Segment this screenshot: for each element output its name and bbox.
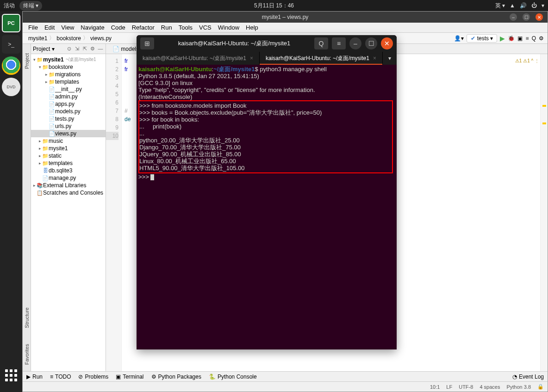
tab-run[interactable]: ▶ Run xyxy=(26,374,43,380)
hamburger-menu-icon[interactable]: ≡ xyxy=(332,37,346,49)
tree-bookstore[interactable]: ▾📁bookstore xyxy=(31,63,106,71)
menu-edit[interactable]: Edit xyxy=(42,23,57,32)
tree-templates[interactable]: ▸📁templates xyxy=(31,78,106,86)
tree-templates2[interactable]: ▸📁templates xyxy=(31,159,106,167)
project-panel: Project ▾ ⊙ ⇲ ⇱ ⚙ — ▾📁mysite1~/桌面/mysite… xyxy=(31,44,106,371)
ide-window-title: mysite1 – views.py xyxy=(262,14,309,20)
clock[interactable]: 5月11日 15：46 xyxy=(254,2,294,10)
terminal-title: kaisarh@KaiSarH-Ubuntu: ~/桌面/mysite1 xyxy=(154,39,314,48)
tree-urls[interactable]: 📄urls.py xyxy=(31,122,106,130)
tree-music[interactable]: ▸📁music xyxy=(31,137,106,145)
tab-problems[interactable]: ⊘ Problems xyxy=(78,374,108,380)
panel-title[interactable]: Project ▾ xyxy=(33,46,55,52)
cursor-icon xyxy=(150,174,154,180)
dock-terminal-icon[interactable]: >_ xyxy=(2,35,20,54)
inspection-summary[interactable]: ⚠1 ⚠1 ^ ⋮ xyxy=(515,57,539,65)
terminal-tab-1[interactable]: kaisarh@KaiSarH-Ubuntu: ~/桌面/mysite1× xyxy=(137,52,260,65)
tree-apps[interactable]: 📄apps.py xyxy=(31,100,106,108)
run-button-icon[interactable]: ▶ xyxy=(500,35,505,42)
tab-close-icon[interactable]: × xyxy=(373,55,376,61)
close-icon[interactable]: ✕ xyxy=(381,37,393,49)
run-config-selector[interactable]: ✔ tests ▾ xyxy=(467,34,497,43)
tab-python-packages[interactable]: ⚙ Python Packages xyxy=(151,374,201,380)
dock-show-apps-icon[interactable] xyxy=(2,366,20,385)
warning-marker-icon[interactable] xyxy=(542,122,546,124)
breadcrumb-file[interactable]: views.py xyxy=(88,35,113,42)
menu-tools[interactable]: Tools xyxy=(176,23,195,32)
coverage-icon[interactable]: ▣ xyxy=(517,35,523,42)
tree-migrations[interactable]: ▸📁migrations xyxy=(31,71,106,78)
menu-window[interactable]: Window xyxy=(215,23,242,32)
menu-help[interactable]: Help xyxy=(243,23,261,32)
tree-manage[interactable]: 📄manage.py xyxy=(31,174,106,182)
dock-pycharm-icon[interactable]: PC xyxy=(2,14,20,32)
menu-run[interactable]: Run xyxy=(158,23,175,32)
debug-button-icon[interactable]: 🐞 xyxy=(508,35,515,42)
line-ending[interactable]: LF xyxy=(446,384,452,390)
tree-scratches[interactable]: 📋Scratches and Consoles xyxy=(31,189,106,196)
input-method-indicator[interactable]: 英 ▾ xyxy=(495,2,505,10)
tab-todo[interactable]: ≡ TODO xyxy=(50,374,71,380)
activities-button[interactable]: 活动 xyxy=(4,2,15,10)
search-icon[interactable]: Q xyxy=(314,37,328,49)
search-everywhere-icon[interactable]: Q xyxy=(532,35,536,42)
tree-models[interactable]: 📄models.py xyxy=(31,108,106,115)
encoding[interactable]: UTF-8 xyxy=(459,384,473,390)
settings-icon[interactable]: ⚙ xyxy=(89,46,96,52)
maximize-icon[interactable]: ☐ xyxy=(523,13,530,21)
tree-init[interactable]: 📄__init__.py xyxy=(31,86,106,93)
tab-favorites[interactable]: Favorites xyxy=(23,337,31,371)
tab-close-icon[interactable]: × xyxy=(250,55,253,61)
minimize-icon[interactable]: – xyxy=(510,13,517,21)
menu-navigate[interactable]: Navigate xyxy=(78,23,107,32)
settings-gear-icon[interactable]: ⚙ xyxy=(539,35,544,42)
hide-icon[interactable]: — xyxy=(97,46,104,52)
select-opened-icon[interactable]: ⊙ xyxy=(66,46,72,52)
menu-view[interactable]: View xyxy=(58,23,77,32)
terminal-tab-2[interactable]: kaisarh@KaiSarH-Ubuntu: ~/桌面/mysite1× xyxy=(260,52,383,65)
tab-structure[interactable]: Structure xyxy=(23,301,31,335)
power-icon[interactable]: ⏻ xyxy=(531,2,537,9)
breadcrumb-root[interactable]: mysite1 xyxy=(26,35,49,42)
breadcrumb-folder[interactable]: bookstore xyxy=(55,35,83,42)
tree-tests[interactable]: 📄tests.py xyxy=(31,115,106,122)
editor-gutter: 12345678910 xyxy=(106,54,122,371)
lock-icon[interactable]: 🔒 xyxy=(537,384,544,390)
warning-marker-icon[interactable] xyxy=(542,105,546,107)
tree-root[interactable]: ▾📁mysite1~/桌面/mysite1 xyxy=(31,56,106,63)
volume-icon[interactable]: 🔊 xyxy=(520,2,527,9)
expand-all-icon[interactable]: ⇲ xyxy=(74,46,80,52)
current-app-indicator[interactable]: 终端 ▾ xyxy=(19,1,42,11)
terminal-output[interactable]: kaisarh@KaiSarH-Ubuntu:~/桌面/mysite1$ pyt… xyxy=(137,65,397,349)
tab-project[interactable]: Project xyxy=(23,47,31,75)
tab-terminal[interactable]: ▣ Terminal xyxy=(116,374,143,380)
collapse-all-icon[interactable]: ⇱ xyxy=(81,46,88,52)
stop-icon[interactable]: ■ xyxy=(525,35,529,42)
tree-ext-libs[interactable]: ▸📚External Libraries xyxy=(31,182,106,189)
dock-dvd-icon[interactable]: DVD xyxy=(2,78,20,96)
tab-python-console[interactable]: 🐍 Python Console xyxy=(209,374,257,380)
dock-chrome-icon[interactable] xyxy=(2,56,20,75)
menu-refactor[interactable]: Refactor xyxy=(129,23,157,32)
gnome-top-bar: 活动 终端 ▾ 5月11日 15：46 英 ▾ ▲ 🔊 ⏻ ▾ xyxy=(0,0,548,11)
menu-vcs[interactable]: VCS xyxy=(196,23,214,32)
cursor-position[interactable]: 10:1 xyxy=(430,384,440,390)
indent[interactable]: 4 spaces xyxy=(480,384,500,390)
maximize-icon[interactable]: ☐ xyxy=(365,37,377,49)
tree-static[interactable]: ▸📁static xyxy=(31,152,106,159)
system-menu-caret[interactable]: ▾ xyxy=(542,2,544,9)
menu-code[interactable]: Code xyxy=(108,23,128,32)
interpreter[interactable]: Python 3.8 xyxy=(506,384,531,390)
tree-admin[interactable]: 📄admin.py xyxy=(31,93,106,100)
tree-db[interactable]: 🗄db.sqlite3 xyxy=(31,167,106,174)
tree-mysite1[interactable]: ▸📁mysite1 xyxy=(31,145,106,152)
close-icon[interactable]: ✕ xyxy=(536,13,543,21)
network-icon[interactable]: ▲ xyxy=(510,2,515,9)
tree-views[interactable]: 📄views.py xyxy=(31,130,106,137)
event-log[interactable]: ◔ Event Log xyxy=(512,374,544,380)
new-tab-icon[interactable]: ⊞ xyxy=(140,37,154,49)
menu-file[interactable]: File xyxy=(25,23,41,32)
user-menu-icon[interactable]: 👤▾ xyxy=(454,35,464,42)
tab-dropdown-icon[interactable]: ▾ xyxy=(383,52,397,65)
minimize-icon[interactable]: – xyxy=(349,37,361,49)
